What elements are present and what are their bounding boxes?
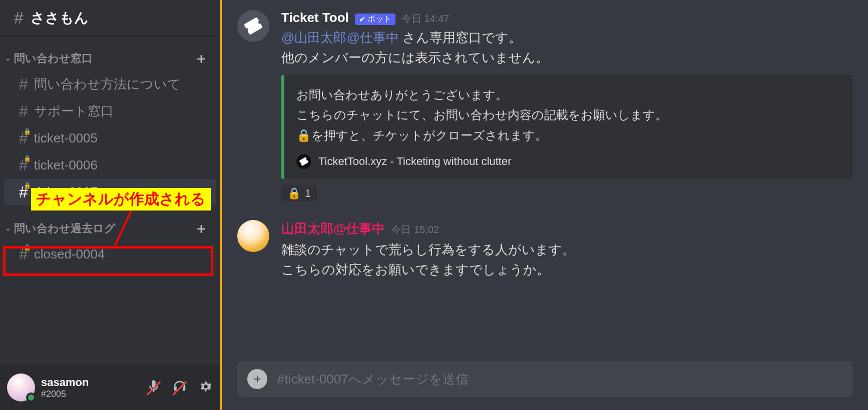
ticket-icon xyxy=(241,14,265,38)
attach-button[interactable] xyxy=(247,369,267,389)
message-composer[interactable]: #ticket-0007へメッセージを送信 xyxy=(237,361,853,397)
server-name: ささもん xyxy=(31,8,89,28)
composer-area: #ticket-0007へメッセージを送信 xyxy=(222,361,868,410)
avatar[interactable] xyxy=(7,374,35,402)
channel-label: closed-0004 xyxy=(34,246,105,262)
message-author[interactable]: Ticket Tool xyxy=(281,10,349,26)
annotation-callout: チャンネルが作成される xyxy=(31,188,211,210)
channel-ticket-0005[interactable]: #🔒 ticket-0005 xyxy=(4,125,216,151)
mute-icon[interactable] xyxy=(146,379,161,396)
user-avatar[interactable] xyxy=(237,220,269,252)
mention[interactable]: @山田太郎@仕事中 xyxy=(281,30,399,45)
message-bot: Ticket Tool ✔ ボット 今日 14:47 @山田太郎@仕事中 さん専… xyxy=(237,10,853,202)
embed-line: お問い合わせありがとうございます。 xyxy=(296,85,841,106)
embed: お問い合わせありがとうございます。 こちらのチャットにて、お問い合わせ内容の記載… xyxy=(281,75,853,179)
hash-icon: # xyxy=(19,102,28,120)
main-content: Ticket Tool ✔ ボット 今日 14:47 @山田太郎@仕事中 さん専… xyxy=(220,0,868,410)
hash-lock-icon: #🔒 xyxy=(19,156,28,174)
reaction-button[interactable]: 🔒 1 xyxy=(281,185,317,202)
message-user: 山田太郎@仕事中 今日 15:02 雑談のチャットで荒らし行為をする人がいます。… xyxy=(237,220,853,280)
bot-avatar[interactable] xyxy=(237,10,269,42)
hash-lock-icon: #🔒 xyxy=(19,129,28,148)
embed-footer: TicketTool.xyz - Ticketing without clutt… xyxy=(296,154,841,169)
add-channel-button[interactable]: ＋ xyxy=(194,219,208,238)
channel-header: # ささもん xyxy=(0,0,220,36)
user-tag: #2005 xyxy=(41,389,89,400)
channel-support[interactable]: # サポート窓口 xyxy=(4,98,216,124)
channel-label: ticket-0005 xyxy=(34,130,98,146)
channel-label: サポート窓口 xyxy=(34,102,114,120)
channel-label: ticket-0006 xyxy=(34,158,98,173)
embed-line: こちらのチャットにて、お問い合わせ内容の記載をお願いします。 xyxy=(296,105,841,126)
channel-howto[interactable]: # 問い合わせ方法について xyxy=(4,71,216,97)
bot-badge: ✔ ボット xyxy=(355,14,395,25)
message-timestamp: 今日 15:02 xyxy=(391,223,439,236)
message-timestamp: 今日 14:47 xyxy=(401,12,450,26)
ticket-icon xyxy=(296,154,311,169)
user-info[interactable]: sasamon #2005 xyxy=(41,376,89,400)
category-label: 問い合わせ過去ログ xyxy=(14,221,116,236)
chevron-down-icon: ⌄ xyxy=(5,54,11,62)
embed-line: 🔒を押すと、チケットがクローズされます。 xyxy=(296,126,841,146)
deafen-icon[interactable] xyxy=(172,379,187,396)
channel-closed-0004[interactable]: #🔒 closed-0004 xyxy=(4,241,216,267)
reaction-count: 1 xyxy=(305,187,311,200)
hash-lock-icon: #🔒 xyxy=(19,183,28,202)
message-text: @山田太郎@仕事中 さん専用窓口です。 他のメンバーの方には表示されていません。 xyxy=(281,28,853,68)
message-list: Ticket Tool ✔ ボット 今日 14:47 @山田太郎@仕事中 さん専… xyxy=(222,0,868,361)
category-inquiry[interactable]: ⌄ 問い合わせ窓口 ＋ xyxy=(0,46,220,70)
channel-label: 問い合わせ方法について xyxy=(34,76,181,93)
message-author[interactable]: 山田太郎@仕事中 xyxy=(281,220,385,238)
category-label: 問い合わせ窓口 xyxy=(14,51,93,66)
status-online-icon xyxy=(26,392,36,402)
user-name: sasamon xyxy=(41,376,89,389)
user-panel: sasamon #2005 xyxy=(0,365,220,410)
settings-icon[interactable] xyxy=(198,379,213,396)
channel-list: ⌄ 問い合わせ窓口 ＋ # 問い合わせ方法について # サポート窓口 #🔒 ti… xyxy=(0,36,220,365)
message-text: 雑談のチャットで荒らし行為をする人がいます。 こちらの対応をお願いできますでしょ… xyxy=(281,240,853,280)
category-pastlog[interactable]: ⌄ 問い合わせ過去ログ ＋ xyxy=(0,216,220,240)
hash-icon: # xyxy=(19,75,28,94)
chevron-down-icon: ⌄ xyxy=(5,224,11,232)
composer-placeholder: #ticket-0007へメッセージを送信 xyxy=(277,370,469,388)
lock-icon: 🔒 xyxy=(287,187,301,200)
sidebar: # ささもん ⌄ 問い合わせ窓口 ＋ # 問い合わせ方法について # サポート窓… xyxy=(0,0,220,410)
embed-footer-text: TicketTool.xyz - Ticketing without clutt… xyxy=(318,155,512,168)
channel-ticket-0006[interactable]: #🔒 ticket-0006 xyxy=(4,152,216,178)
add-channel-button[interactable]: ＋ xyxy=(194,49,208,68)
hash-lock-icon: #🔒 xyxy=(19,245,28,264)
hash-icon: # xyxy=(14,8,24,28)
